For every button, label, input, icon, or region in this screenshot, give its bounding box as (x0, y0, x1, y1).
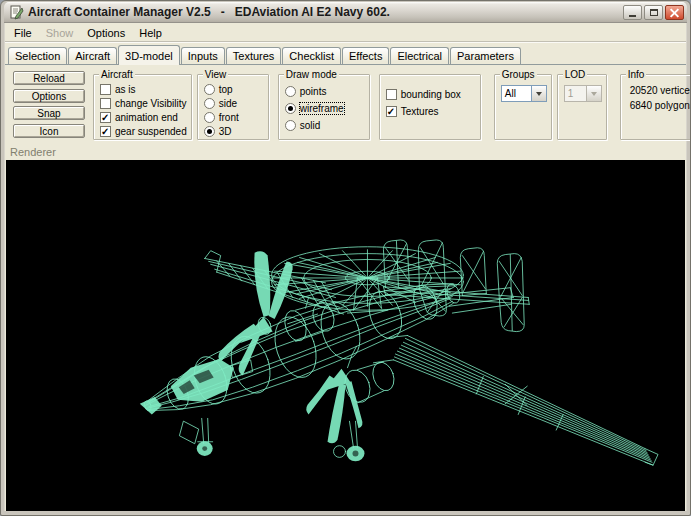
render-options-groupbox: bounding box Textures (379, 74, 481, 140)
window-controls (623, 5, 684, 20)
groups-groupbox: Groups All (494, 74, 552, 140)
gear-suspended-checkbox-icon (100, 126, 111, 137)
radio-view-3d[interactable]: 3D (204, 125, 264, 137)
textures-checkbox-icon (386, 106, 397, 117)
tab-selection[interactable]: Selection (8, 47, 67, 64)
points-label: points (300, 86, 327, 97)
animation-end-label: animation end (115, 112, 178, 123)
as-is-checkbox-icon (100, 84, 111, 95)
menu-help[interactable]: Help (132, 25, 169, 41)
polygons-count: 6840 polygons (630, 100, 691, 111)
view-groupbox: View top side front 3D (197, 74, 269, 140)
tab-textures[interactable]: Textures (226, 47, 282, 64)
options-button[interactable]: Options (13, 89, 85, 103)
checkbox-as-is[interactable]: as is (100, 83, 187, 95)
lod-group-title: LOD (563, 69, 588, 80)
right-prop-blade (346, 381, 363, 428)
drawmode-group-title: Draw mode (284, 69, 339, 80)
lod-dropdown: 1 (564, 85, 602, 102)
checkbox-animation-end[interactable]: animation end (100, 111, 187, 123)
solid-label: solid (300, 120, 321, 131)
radio-view-side[interactable]: side (204, 97, 264, 109)
window-title-separator: - (221, 5, 225, 19)
menu-bar: File Show Options Help (5, 23, 686, 42)
icon-button[interactable]: Icon (13, 124, 85, 138)
radio-view-front[interactable]: front (204, 111, 264, 123)
app-icon (9, 5, 24, 20)
minimize-icon (629, 15, 636, 17)
wireframe-radio-icon (285, 103, 296, 114)
radio-points[interactable]: points (285, 85, 365, 97)
drawmode-groupbox: Draw mode points wireframe solid (278, 74, 370, 140)
radio-wireframe[interactable]: wireframe (285, 102, 365, 114)
aircraft-groupbox: Aircraft as is change Visibility animati… (93, 74, 192, 140)
tab-checklist[interactable]: Checklist (282, 47, 341, 64)
maximize-button[interactable] (644, 5, 663, 20)
radio-view-top[interactable]: top (204, 83, 264, 95)
rotodome (272, 247, 464, 313)
animation-end-checkbox-icon (100, 112, 111, 123)
snap-button[interactable]: Snap (13, 106, 85, 120)
lod-dropdown-button (586, 86, 601, 101)
aircraft-solid-patches (140, 251, 365, 461)
change-visibility-checkbox-icon (100, 98, 111, 109)
bounding-box-label: bounding box (401, 89, 461, 100)
solid-radio-icon (285, 120, 296, 131)
aircraft-group-title: Aircraft (99, 69, 135, 80)
checkbox-change-visibility[interactable]: change Visibility (100, 97, 187, 109)
left-prop-blade (254, 251, 270, 317)
checkbox-gear-suspended[interactable]: gear suspended (100, 125, 187, 137)
checkbox-textures[interactable]: Textures (386, 105, 476, 117)
reload-button[interactable]: Reload (13, 71, 85, 85)
lod-groupbox: LOD 1 (557, 74, 607, 140)
menu-file[interactable]: File (7, 25, 39, 41)
bounding-box-checkbox-icon (386, 89, 397, 100)
groups-dropdown-button[interactable] (531, 86, 546, 101)
aircraft-wireframe-svg (6, 160, 685, 511)
minimize-button[interactable] (623, 5, 642, 20)
title-bar: Aircraft Container Manager V2.5 - EDAvia… (4, 2, 687, 23)
gear-suspended-label: gear suspended (115, 126, 187, 137)
toolbar: Reload Options Snap Icon Aircraft as is … (5, 65, 686, 144)
render-canvas[interactable] (6, 160, 685, 511)
client-area: File Show Options Help Selection Aircraf… (4, 23, 687, 511)
right-prop-blade (328, 382, 346, 443)
tab-parameters[interactable]: Parameters (450, 47, 521, 64)
change-visibility-label: change Visibility (115, 98, 187, 109)
tab-electrical[interactable]: Electrical (390, 47, 449, 64)
wireframe-label: wireframe (300, 103, 344, 114)
vertices-count: 20520 vertices (630, 85, 691, 96)
checkbox-bounding-box[interactable]: bounding box (386, 88, 476, 100)
tab-inputs[interactable]: Inputs (181, 47, 225, 64)
as-is-label: as is (115, 84, 136, 95)
nose-cap (140, 397, 162, 415)
tab-effects[interactable]: Effects (342, 47, 389, 64)
3d-label: 3D (219, 126, 232, 137)
tab-aircraft[interactable]: Aircraft (68, 47, 117, 64)
groups-dropdown[interactable]: All (501, 85, 547, 102)
groups-dropdown-value: All (502, 86, 531, 101)
points-radio-icon (285, 86, 296, 97)
tab-3d-model[interactable]: 3D-model (118, 45, 180, 65)
window-subtitle: EDAviation AI E2 Navy 602. (235, 5, 390, 19)
chevron-down-icon (536, 92, 542, 99)
close-button[interactable] (665, 5, 684, 20)
front-radio-icon (204, 112, 215, 123)
lod-dropdown-value: 1 (565, 86, 586, 101)
top-label: top (219, 84, 233, 95)
info-group-title: Info (626, 69, 647, 80)
textures-label: Textures (401, 106, 439, 117)
view-group-title: View (203, 69, 229, 80)
radio-solid[interactable]: solid (285, 119, 365, 131)
groups-group-title: Groups (500, 69, 537, 80)
close-icon (670, 8, 679, 17)
renderer-panel: Renderer (5, 144, 686, 511)
side-radio-icon (204, 98, 215, 109)
info-groupbox: Info 20520 vertices 6840 polygons (620, 74, 691, 140)
chevron-down-icon (591, 92, 597, 99)
menu-show: Show (39, 25, 81, 41)
right-engine-nacelle (341, 346, 398, 405)
right-wing (373, 336, 658, 466)
side-label: side (219, 98, 237, 109)
menu-options[interactable]: Options (80, 25, 132, 41)
